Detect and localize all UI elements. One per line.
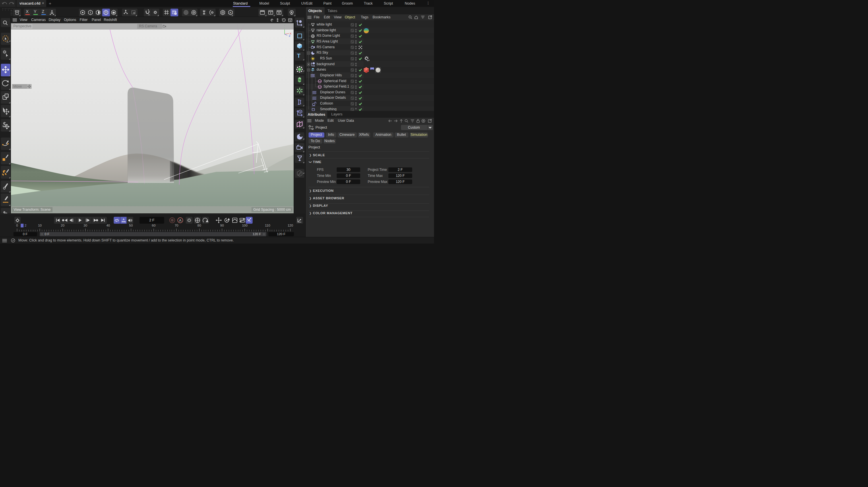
svg-text:A: A <box>179 218 181 222</box>
svg-text:A: A <box>229 11 231 14</box>
svg-text:Z: Z <box>289 34 290 37</box>
svg-text:A: A <box>123 218 125 221</box>
svg-text:ST: ST <box>367 59 370 61</box>
